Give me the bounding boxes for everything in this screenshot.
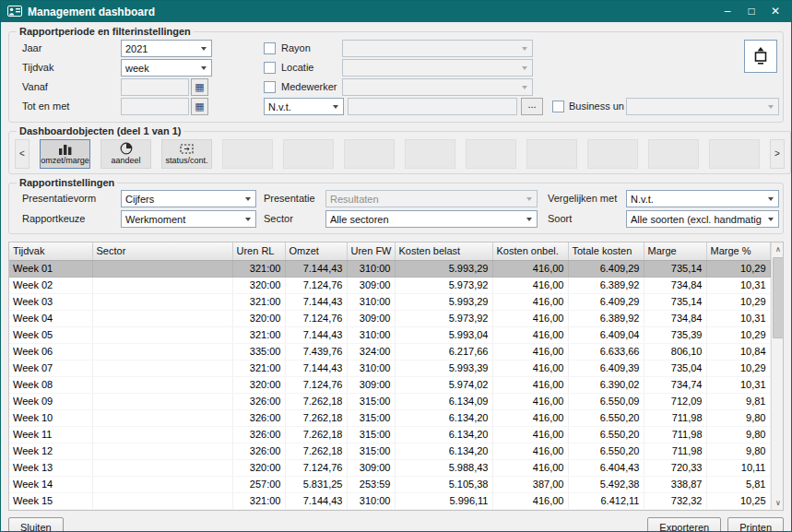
sluiten-button[interactable]: Sluiten — [8, 517, 64, 532]
column-header-sector[interactable]: Sector — [92, 242, 232, 260]
dashboard-object-status-cont[interactable]: status/cont. — [161, 139, 212, 169]
cell: 416,00 — [492, 443, 568, 459]
scrollbar-thumb[interactable] — [773, 257, 785, 338]
table-row[interactable]: Week 03321:007.144,43310:005.993,29416,0… — [9, 293, 770, 310]
close-icon[interactable]: ✕ — [765, 3, 786, 20]
table-row[interactable]: Week 04320:007.124,76309:005.973,92416,0… — [9, 310, 770, 326]
minimize-icon[interactable]: – — [717, 3, 738, 20]
tot-en-met-label: Tot en met — [22, 98, 69, 115]
dashboard-object-empty-slot — [526, 139, 577, 169]
table-row[interactable]: Week 05321:007.144,43310:005.993,04416,0… — [9, 326, 770, 343]
cell: 335:00 — [232, 343, 285, 360]
report-settings-section: Rapportinstellingen Presentatievorm Cijf… — [8, 177, 784, 234]
rayon-checkbox[interactable] — [264, 42, 276, 54]
chevron-down-icon — [201, 47, 207, 51]
exporteren-button[interactable]: Exporteren — [647, 517, 721, 532]
cell: 324:00 — [347, 343, 395, 360]
cell — [92, 409, 232, 426]
cell: 416,00 — [492, 459, 568, 476]
dashboard-object-aandeel[interactable]: aandeel — [100, 139, 151, 169]
rapportkeuze-select[interactable]: Werkmoment — [121, 210, 256, 228]
medewerker-checkbox[interactable] — [264, 81, 276, 93]
table-row[interactable]: Week 08320:007.124,76309:005.974,02416,0… — [9, 376, 770, 393]
cell: 326:00 — [232, 393, 285, 409]
printen-button[interactable]: Printen — [727, 517, 784, 532]
table-row[interactable]: Week 13320:007.124,76309:005.988,43416,0… — [9, 459, 770, 476]
vertical-scrollbar[interactable]: ∧ ∨ — [771, 242, 785, 510]
dashboard-object-empty-slot — [466, 139, 516, 169]
cell: Week 05 — [9, 326, 92, 343]
scroll-right-button[interactable]: > — [770, 139, 785, 169]
cell: 7.124,76 — [285, 277, 347, 293]
browse-button[interactable]: ... — [521, 98, 543, 115]
presentatie-select: Resultaten — [325, 190, 538, 207]
column-header-uren-rl[interactable]: Uren RL — [232, 242, 285, 260]
footer-right: Exporteren Printen — [647, 517, 784, 532]
cell: 735,39 — [644, 326, 706, 343]
column-header-uren-fw[interactable]: Uren FW — [347, 242, 395, 260]
tijdvak-select[interactable]: week — [121, 59, 212, 77]
tot-en-met-calendar-button[interactable]: ▦ — [191, 98, 208, 115]
rapportkeuze-label: Rapportkeuze — [22, 210, 86, 228]
column-header-kosten-onbel[interactable]: Kosten onbel. — [492, 242, 568, 260]
cell: 10,29 — [706, 293, 770, 310]
maximize-icon[interactable]: □ — [741, 3, 762, 20]
cell: 315:00 — [347, 393, 395, 409]
column-header-totale-kosten[interactable]: Totale kosten — [568, 242, 644, 260]
scroll-left-button[interactable]: < — [15, 139, 30, 169]
scroll-up-icon[interactable]: ∧ — [772, 242, 785, 256]
cell: 6.409,04 — [568, 326, 644, 343]
cell: 5.974,02 — [395, 376, 492, 393]
cell: 5.993,04 — [395, 326, 492, 343]
cell: 321:00 — [232, 360, 285, 376]
dashboard-strip: < omzet/margeaandeelstatus/cont.> — [15, 137, 785, 169]
sector-select[interactable]: Alle sectoren — [325, 210, 538, 228]
table-row[interactable]: Week 02320:007.124,76309:005.973,92416,0… — [9, 277, 770, 293]
column-header-omzet[interactable]: Omzet — [285, 242, 347, 260]
table-row[interactable]: Week 11326:007.262,18315:006.134,20416,0… — [9, 426, 770, 443]
column-header-marge[interactable]: Marge % — [706, 242, 770, 260]
table-row[interactable]: Week 15321:007.144,43310:005.996,11416,0… — [9, 492, 770, 509]
table-row[interactable]: Week 01321:007.144,43310:005.993,29416,0… — [9, 260, 770, 277]
footer-bar: Sluiten Exporteren Printen — [8, 511, 784, 532]
cell — [92, 326, 232, 343]
table-row[interactable]: Week 07321:007.144,43310:005.993,39416,0… — [9, 360, 770, 376]
cell: 5.831,25 — [285, 476, 347, 492]
business-unit-checkbox[interactable] — [552, 100, 564, 112]
cell: 6.134,20 — [395, 426, 492, 443]
table-row[interactable]: Week 12326:007.262,18315:006.134,20416,0… — [9, 443, 770, 459]
cell: 6.550,20 — [568, 443, 644, 459]
cell: Week 07 — [9, 360, 92, 376]
dashboard-object-omzet-marge[interactable]: omzet/marge — [40, 139, 90, 169]
titlebar[interactable]: Management dashboard – □ ✕ — [1, 1, 791, 22]
vergelijken-met-select[interactable]: N.v.t. — [626, 190, 779, 207]
cell: 711,98 — [644, 426, 706, 443]
column-header-marge[interactable]: Marge — [644, 242, 706, 260]
cell: 10,29 — [706, 360, 770, 376]
cell: 416,00 — [492, 260, 568, 277]
rayon-select — [342, 40, 533, 57]
vanaf-calendar-button[interactable]: ▦ — [191, 78, 208, 96]
table-row[interactable]: Week 10326:007.262,18315:006.134,20416,0… — [9, 409, 770, 426]
cell: 10,29 — [706, 326, 770, 343]
soort-select[interactable]: Alle soorten (excl. handmatig — [626, 210, 779, 228]
table-row[interactable]: Week 06335:007.439,76324:006.217,66416,0… — [9, 343, 770, 360]
cell: 321:00 — [232, 260, 285, 277]
column-header-kosten-belast[interactable]: Kosten belast — [395, 242, 492, 260]
locatie-checkbox[interactable] — [264, 62, 276, 74]
cell: 416,00 — [492, 492, 568, 509]
cell: 6.409,29 — [568, 260, 644, 277]
dashboard-object-label: omzet/marge — [41, 156, 89, 165]
filter-section: Rapportperiode en filterinstellingen Jaa… — [8, 26, 784, 123]
jaar-select[interactable]: 2021 — [121, 40, 212, 57]
column-header-tijdvak[interactable]: Tijdvak — [9, 242, 92, 260]
scroll-down-icon[interactable]: ∨ — [772, 496, 785, 510]
presentatievorm-select[interactable]: Cijfers — [121, 190, 256, 207]
table-row[interactable]: Week 09326:007.262,18315:006.134,09416,0… — [9, 393, 770, 409]
cell: 7.262,18 — [285, 409, 347, 426]
cell: 315:00 — [347, 443, 395, 459]
nvt-select[interactable]: N.v.t. — [264, 98, 344, 115]
table-row[interactable]: Week 14257:005.831,25253:595.105,38387,0… — [9, 476, 770, 492]
dashboard-nav-button[interactable] — [744, 40, 777, 73]
chevron-down-icon — [245, 197, 251, 201]
